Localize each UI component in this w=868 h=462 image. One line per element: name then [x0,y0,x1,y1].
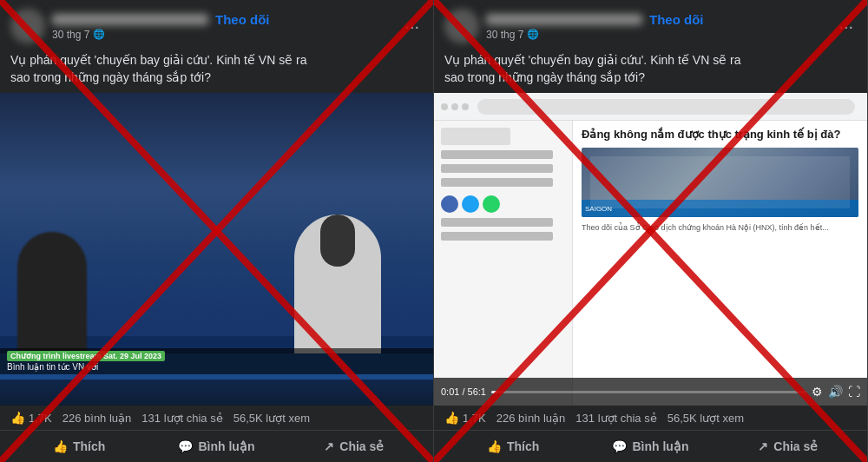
name-row-left: Theo dõi [52,12,394,27]
comments-count-right: 226 bình luận [496,412,566,425]
sidebar-link-3 [441,178,553,187]
header-info-right: Theo dõi 30 thg 7 🌐 [486,12,828,41]
post-text-right: Vụ phán quyết 'chuyến bay giải cứu'. Kin… [434,49,867,93]
comment-button-left[interactable]: 💬 Bình luận [148,432,285,460]
comment-button-right[interactable]: 💬 Bình luận [582,432,719,460]
article-caption: Theo dõi của Sở Giao dịch chứng khoán Hà… [582,222,858,234]
post-text-left: Vụ phán quyết 'chuyến bay giải cứu'. Kin… [0,49,433,93]
share-btn-label-left: Chia sẻ [339,439,384,453]
browser-dot-2 [451,103,458,110]
browser-bar [434,93,867,121]
browser-dot-3 [462,103,469,110]
like-btn-label-left: Thích [73,439,105,453]
globe-icon-right: 🌐 [527,29,539,40]
follow-button-right[interactable]: Theo dõi [649,12,704,27]
browser-url-bar [477,99,855,115]
like-icon-right: 👍 [444,411,459,425]
sidebar-link-4 [441,218,553,227]
like-btn-icon-right: 👍 [487,439,502,453]
avatar-left [10,9,45,43]
comment-btn-icon-right: 💬 [612,439,627,453]
post-stats-right: 👍 1,7K 226 bình luận 131 lượt chia sẻ 56… [434,406,867,431]
more-button-left[interactable]: ··· [401,17,423,35]
video-time: 0:01 / 56:1 [441,386,486,397]
share-button-right[interactable]: ↗ Chia sẻ [720,432,857,460]
post-actions-right: 👍 Thích 💬 Bình luận ↗ Chia sẻ [434,431,867,462]
author-name-left [52,14,208,25]
likes-count-left: 1,7K [29,412,52,425]
post-text-line2-right: sao trong những ngày tháng sắp tới? [444,69,857,87]
comments-count-left: 226 bình luận [62,412,132,425]
like-button-right[interactable]: 👍 Thích [444,432,582,460]
post-text-line2-left: sao trong những ngày tháng sắp tới? [10,69,423,87]
author-name-right [486,14,642,25]
post-header-left: Theo dõi 30 thg 7 🌐 ··· [0,0,433,49]
views-count-right: 56,5K lượt xem [667,412,744,425]
sidebar-link-5 [441,232,553,241]
like-btn-icon-left: 👍 [53,439,68,453]
like-button-left[interactable]: 👍 Thích [10,432,148,460]
livestream-label: Chương trình livestream Sat. 29 Jul 2023 [7,351,165,361]
post-actions-left: 👍 Thích 💬 Bình luận ↗ Chia sẻ [0,431,433,462]
post-text-line1-right: Vụ phán quyết 'chuyến bay giải cứu'. Kin… [444,52,857,69]
livestream-sub: Bình luận tin tức VN với [7,362,426,372]
post-image-left[interactable]: Chương trình livestream Sat. 29 Jul 2023… [0,93,433,406]
browser-dot-1 [441,103,448,110]
article-content: Đảng không nắm được thực trạng kinh tế b… [434,121,867,406]
article-sidebar [434,121,573,406]
like-btn-label-right: Thích [507,439,539,453]
volume-icon[interactable]: 🔊 [828,385,843,399]
microphone [320,214,355,267]
name-row-right: Theo dõi [486,12,828,27]
more-button-right[interactable]: ··· [835,17,857,35]
post-header-right: Theo dõi 30 thg 7 🌐 ··· [434,0,867,49]
post-text-line1-left: Vụ phán quyết 'chuyến bay giải cứu'. Kin… [10,52,423,69]
post-image-right[interactable]: Đảng không nắm được thực trạng kinh tế b… [434,93,867,406]
video-progress-fill [491,391,497,393]
globe-icon-left: 🌐 [93,29,105,40]
fullscreen-icon[interactable]: ⛶ [848,385,860,399]
livestream-banner: Chương trình livestream Sat. 29 Jul 2023… [0,348,433,374]
shares-count-left: 131 lượt chia sẻ [141,412,222,425]
settings-icon[interactable]: ⚙ [812,385,823,399]
shares-count-right: 131 lượt chia sẻ [575,412,656,425]
sidebar-link-1 [441,150,553,159]
share-button-left[interactable]: ↗ Chia sẻ [286,432,423,460]
header-info-left: Theo dõi 30 thg 7 🌐 [52,12,394,41]
twitter-icon [462,195,479,213]
post-date-left: 30 thg 7 [52,29,89,41]
post-date-right: 30 thg 7 [486,29,523,41]
article-title: Đảng không nắm được thực trạng kinh tế b… [582,128,858,142]
like-icon-left: 👍 [10,411,25,425]
share-btn-icon-left: ↗ [324,439,334,453]
social-icons [441,195,565,213]
post-card-left: Theo dõi 30 thg 7 🌐 ··· Vụ phán quyết 'c… [0,0,434,462]
avatar-right [444,9,479,43]
comment-btn-label-left: Bình luận [198,439,254,453]
follow-button-left[interactable]: Theo dõi [215,12,270,27]
whatsapp-icon [483,195,500,213]
comment-btn-label-right: Bình luận [632,439,688,453]
meta-row-left: 30 thg 7 🌐 [52,29,394,41]
video-progress-bar[interactable] [491,391,806,393]
share-btn-icon-right: ↗ [758,439,768,453]
post-card-right: Theo dõi 30 thg 7 🌐 ··· Vụ phán quyết 'c… [434,0,868,462]
sidebar-link-2 [441,164,553,173]
video-overlay-bar: 0:01 / 56:1 ⚙ 🔊 ⛶ [434,378,867,406]
post-stats-left: 👍 1,7K 226 bình luận 131 lượt chia sẻ 56… [0,406,433,431]
share-btn-label-right: Chia sẻ [773,439,818,453]
article-main: Đảng không nắm được thực trạng kinh tế b… [573,121,867,406]
comment-btn-icon-left: 💬 [178,439,193,453]
meta-row-right: 30 thg 7 🌐 [486,29,828,41]
facebook-icon [441,195,458,213]
views-count-left: 56,5K lượt xem [233,412,310,425]
likes-stat-left: 👍 1,7K [10,411,52,425]
article-thumbnail: SAIGON [582,148,858,217]
likes-count-right: 1,7K [463,412,486,425]
site-logo [441,128,510,145]
podcast-scene: Chương trình livestream Sat. 29 Jul 2023… [0,93,433,406]
likes-stat-right: 👍 1,7K [444,411,486,425]
